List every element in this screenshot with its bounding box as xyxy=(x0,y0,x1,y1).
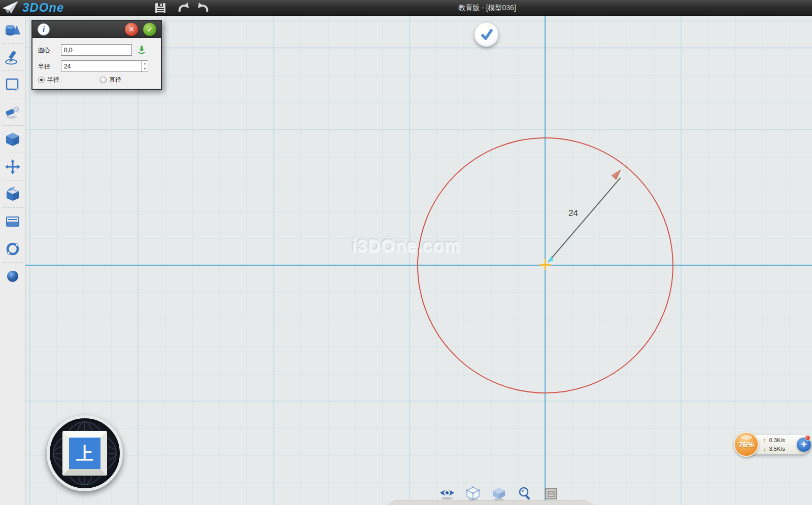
redo-icon[interactable] xyxy=(197,2,210,15)
pick-point-icon[interactable] xyxy=(137,45,146,55)
dialog-cancel-button[interactable]: ✕ xyxy=(125,23,138,36)
network-percent-value: 76% xyxy=(738,440,754,449)
circle-parameters-dialog: i ✕ ✓ 圆心 半径 ▲ ▼ 半径 直径 xyxy=(31,20,162,90)
shaded-cube-icon[interactable] xyxy=(491,486,507,502)
confirm-sketch-button[interactable] xyxy=(475,23,498,47)
ring-icon xyxy=(5,241,20,257)
wireframe-cube-icon[interactable] xyxy=(465,486,481,502)
center-input[interactable] xyxy=(61,44,132,56)
sidebar-item-edit-sketch[interactable] xyxy=(0,71,25,98)
sidebar-item-special-effects[interactable] xyxy=(0,181,25,208)
fit-frame-icon[interactable] xyxy=(543,486,559,502)
sidebar-item-sketch[interactable] xyxy=(0,44,25,71)
radio-diameter-label: 直径 xyxy=(109,76,121,84)
document-title: 教育版 - [模型036] xyxy=(426,4,548,13)
sidebar-item-rotate-ring[interactable] xyxy=(0,235,25,263)
zoom-icon[interactable] xyxy=(517,486,533,502)
download-speed-value: 3.5K/s xyxy=(769,446,785,452)
paper-plane-icon xyxy=(2,1,19,15)
sidebar-item-render[interactable] xyxy=(0,263,25,290)
spinner-down-icon[interactable]: ▼ xyxy=(142,66,148,72)
3done-app: { "app": { "logo_text": "3DOne", "title"… xyxy=(0,0,812,505)
center-label: 圆心 xyxy=(38,46,50,55)
cursor-icon xyxy=(547,255,555,263)
check-icon xyxy=(480,28,494,42)
view-navigation-cube[interactable]: 上 xyxy=(47,415,123,491)
radius-label: 半径 xyxy=(38,62,50,71)
dialog-titlebar[interactable]: i ✕ ✓ xyxy=(32,21,161,38)
notification-dot xyxy=(805,435,810,441)
app-logo: 3DOne xyxy=(2,0,64,15)
save-icon[interactable] xyxy=(154,2,167,15)
sidebar-item-feature[interactable] xyxy=(0,126,25,153)
upload-arrow-icon: ↑ xyxy=(763,437,766,443)
tool-sidebar xyxy=(0,16,25,505)
info-icon[interactable]: i xyxy=(38,23,50,35)
eye-icon[interactable] xyxy=(439,486,455,502)
eraser-icon xyxy=(5,105,21,119)
primitives-icon xyxy=(5,22,21,38)
titlebar-divider xyxy=(0,15,812,16)
dialog-ok-button[interactable]: ✓ xyxy=(143,23,156,36)
viewcube-face[interactable]: 上 xyxy=(62,431,107,476)
radio-radius-control[interactable] xyxy=(38,77,45,83)
circle-center-marker xyxy=(545,259,546,270)
network-speed-widget[interactable]: 76% ↑ 0.3K/s ↓ 3.5K/s + xyxy=(734,432,811,457)
radio-radius[interactable]: 半径 xyxy=(38,76,59,84)
logo-text: 3DOne xyxy=(22,1,64,15)
upload-speed-value: 0.3K/s xyxy=(769,437,785,443)
undo-icon[interactable] xyxy=(177,2,190,15)
bottom-tray-edge xyxy=(386,500,595,505)
radius-spinner[interactable]: ▲ ▼ xyxy=(141,61,148,71)
sidebar-item-trim[interactable] xyxy=(0,98,25,126)
open-box-icon xyxy=(5,187,21,202)
move-icon xyxy=(5,159,20,174)
sketch-pen-icon xyxy=(5,50,21,65)
cube-feature-icon xyxy=(5,132,20,147)
radius-arrowhead-icon xyxy=(607,168,622,184)
download-arrow-icon: ↓ xyxy=(763,446,766,452)
radius-input[interactable] xyxy=(61,60,148,72)
radio-diameter[interactable]: 直径 xyxy=(100,76,121,84)
radio-radius-label: 半径 xyxy=(47,76,59,84)
spinner-up-icon[interactable]: ▲ xyxy=(142,61,148,66)
network-percent-badge[interactable]: 76% xyxy=(734,432,759,457)
sidebar-item-move[interactable] xyxy=(0,153,25,181)
sidebar-item-primitives[interactable] xyxy=(0,16,25,44)
sidebar-item-section[interactable] xyxy=(0,208,25,235)
section-plane-icon xyxy=(5,215,20,228)
sketch-rectangle-icon xyxy=(5,77,20,92)
radio-diameter-control[interactable] xyxy=(100,77,107,83)
viewcube-face-label: 上 xyxy=(69,444,100,463)
radius-dimension-value: 24 xyxy=(568,208,578,219)
title-bar: 3DOne 教育版 - [模型036] xyxy=(0,0,812,15)
sphere-icon xyxy=(6,269,20,283)
